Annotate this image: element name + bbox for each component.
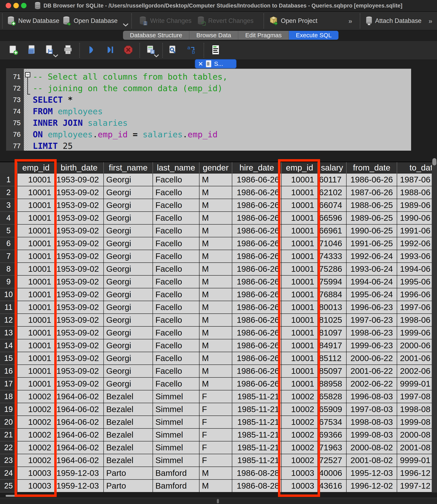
table-cell[interactable]: 1994-06-24 <box>346 275 397 288</box>
table-cell[interactable]: Georgi <box>104 352 153 365</box>
table-cell[interactable]: 1996-12 <box>397 467 432 480</box>
table-cell[interactable]: 1964-06-02 <box>55 403 104 416</box>
code-line[interactable]: -- Select all columns from both tables, <box>33 71 411 82</box>
table-cell[interactable]: 76884 <box>318 288 346 301</box>
table-cell[interactable]: 2001-06 <box>397 352 432 365</box>
table-cell[interactable]: 1964-06-02 <box>55 390 104 403</box>
table-cell[interactable]: 1992-06-24 <box>346 250 397 263</box>
table-cell[interactable]: Bamford <box>153 480 199 492</box>
table-cell[interactable]: 1985-11-21 <box>232 454 281 467</box>
table-cell[interactable]: Facello <box>153 365 199 377</box>
table-cell[interactable]: 85097 <box>318 365 346 377</box>
table-cell[interactable]: Bezalel <box>104 403 153 416</box>
zoom-window-button[interactable] <box>21 3 27 8</box>
table-cell[interactable]: Simmel <box>153 454 199 467</box>
new-database-button[interactable]: New Database <box>7 12 59 30</box>
table-cell[interactable]: Parto <box>104 467 153 480</box>
table-cell[interactable]: 1985-11-21 <box>232 403 281 416</box>
table-cell[interactable]: Facello <box>153 301 199 314</box>
table-cell[interactable]: Simmel <box>153 416 199 429</box>
table-cell[interactable]: M <box>199 237 232 250</box>
table-cell[interactable]: Facello <box>153 326 199 339</box>
table-cell[interactable]: 1985-11-21 <box>232 390 281 403</box>
table-cell[interactable]: 66596 <box>318 212 346 224</box>
table-cell[interactable]: 1986-08-28 <box>232 480 281 492</box>
table-cell[interactable]: 75994 <box>318 275 346 288</box>
table-cell[interactable]: Georgi <box>104 314 153 326</box>
table-cell[interactable]: Parto <box>104 480 153 492</box>
table-cell[interactable]: 1990-06-25 <box>346 224 397 237</box>
table-cell[interactable]: 1998-08-03 <box>346 416 397 429</box>
table-cell[interactable]: 1986-06-26 <box>232 173 281 186</box>
table-cell[interactable]: 1953-09-02 <box>55 199 104 212</box>
table-cell[interactable]: M <box>199 199 232 212</box>
find-and-replace-icon[interactable]: ab <box>186 44 198 55</box>
table-cell[interactable]: Facello <box>153 352 199 365</box>
table-cell[interactable]: 40006 <box>318 467 346 480</box>
table-cell[interactable]: 1993-06 <box>397 250 432 263</box>
table-cell[interactable]: 71046 <box>318 237 346 250</box>
table-cell[interactable]: M <box>199 250 232 263</box>
table-cell[interactable]: 1995-12-03 <box>346 467 397 480</box>
table-cell[interactable]: 1953-09-02 <box>55 365 104 377</box>
table-cell[interactable]: 1996-06-23 <box>346 301 397 314</box>
find-icon[interactable] <box>167 44 179 55</box>
table-cell[interactable]: 1997-06 <box>397 301 432 314</box>
table-cell[interactable]: 1953-09-02 <box>55 212 104 224</box>
table-cell[interactable]: F <box>199 403 232 416</box>
table-cell[interactable]: 1953-09-02 <box>55 377 104 390</box>
save-sql-dropdown-icon[interactable] <box>53 54 58 58</box>
open-log-icon[interactable] <box>210 44 221 55</box>
table-cell[interactable]: Facello <box>153 199 199 212</box>
table-cell[interactable]: 2000-06 <box>397 339 432 352</box>
table-cell[interactable]: M <box>199 352 232 365</box>
table-cell[interactable]: 1986-06-26 <box>232 377 281 390</box>
table-cell[interactable]: 1996-06 <box>397 288 432 301</box>
table-cell[interactable]: M <box>199 467 232 480</box>
close-tab-icon[interactable]: ✕ <box>198 60 203 67</box>
table-cell[interactable]: Facello <box>153 186 199 199</box>
table-cell[interactable]: 2002-06-22 <box>346 377 397 390</box>
print-icon[interactable] <box>62 44 74 55</box>
table-cell[interactable]: 1986-06-26 <box>232 326 281 339</box>
table-cell[interactable]: Simmel <box>153 441 199 454</box>
table-cell[interactable]: 1986-06-26 <box>232 186 281 199</box>
table-cell[interactable]: 1986-06-26 <box>346 173 397 186</box>
table-cell[interactable]: Georgi <box>104 173 153 186</box>
code-line[interactable]: -- joining on the common data (emp_id) <box>33 82 411 94</box>
table-cell[interactable]: 2001-06-22 <box>346 365 397 377</box>
table-cell[interactable]: 2001-08-02 <box>346 454 397 467</box>
table-cell[interactable]: 1953-09-02 <box>55 275 104 288</box>
table-cell[interactable]: Facello <box>153 314 199 326</box>
table-cell[interactable]: 66961 <box>318 224 346 237</box>
table-cell[interactable]: 1964-06-02 <box>55 429 104 441</box>
grid-horizontal-scrollbar-handle[interactable] <box>6 495 16 497</box>
table-cell[interactable]: Bezalel <box>104 390 153 403</box>
table-cell[interactable]: 85112 <box>318 352 346 365</box>
table-cell[interactable]: Georgi <box>104 377 153 390</box>
table-cell[interactable]: Georgi <box>104 263 153 275</box>
table-cell[interactable]: 1986-06-26 <box>232 339 281 352</box>
table-cell[interactable]: 1992-06 <box>397 237 432 250</box>
table-cell[interactable]: 80013 <box>318 301 346 314</box>
table-cell[interactable]: Georgi <box>104 250 153 263</box>
table-cell[interactable]: 81025 <box>318 314 346 326</box>
table-cell[interactable]: 1997-08 <box>397 390 432 403</box>
table-cell[interactable]: 88958 <box>318 377 346 390</box>
table-cell[interactable]: Simmel <box>153 429 199 441</box>
code-line[interactable]: INNER JOIN salaries <box>33 117 411 129</box>
table-cell[interactable]: 1964-06-02 <box>55 416 104 429</box>
table-cell[interactable]: 81097 <box>318 326 346 339</box>
table-cell[interactable]: 1953-09-02 <box>55 263 104 275</box>
execute-current-line-icon[interactable] <box>105 44 116 55</box>
table-cell[interactable]: 65909 <box>318 403 346 416</box>
execute-all-icon[interactable] <box>86 44 97 55</box>
table-cell[interactable]: M <box>199 301 232 314</box>
table-cell[interactable]: 71963 <box>318 441 346 454</box>
save-sql-file-icon[interactable] <box>44 44 55 55</box>
table-cell[interactable]: Facello <box>153 263 199 275</box>
table-cell[interactable]: 1953-09-02 <box>55 301 104 314</box>
table-cell[interactable]: 1989-06-25 <box>346 212 397 224</box>
column-header-gender[interactable]: gender <box>199 162 232 173</box>
table-cell[interactable]: 9999-01 <box>397 454 432 467</box>
